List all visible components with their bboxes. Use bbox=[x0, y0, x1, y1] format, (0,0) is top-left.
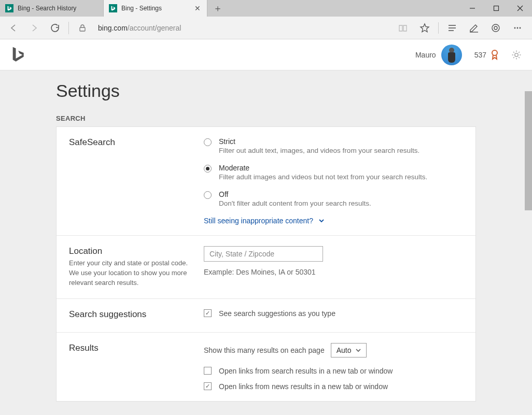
select-value: Auto bbox=[337, 346, 352, 354]
open-news-newtab-row[interactable]: Open links from news results in a new ta… bbox=[204, 382, 463, 391]
location-example: Example: Des Moines, IA or 50301 bbox=[204, 268, 463, 276]
tab-title: Bing - Search History bbox=[18, 5, 98, 12]
location-desc: Enter your city and state or postal code… bbox=[69, 259, 193, 288]
favorite-icon[interactable] bbox=[414, 19, 435, 37]
separator bbox=[68, 22, 69, 34]
share-icon[interactable] bbox=[485, 19, 506, 37]
svg-point-9 bbox=[492, 24, 499, 32]
svg-point-10 bbox=[494, 26, 497, 30]
inappropriate-content-link[interactable]: Still seeing inappropriate content? bbox=[204, 217, 463, 225]
option-title: Off bbox=[219, 190, 371, 198]
radio-icon bbox=[204, 191, 212, 199]
forward-button[interactable] bbox=[25, 19, 44, 37]
section-heading: SEARCH bbox=[56, 115, 476, 122]
svg-point-13 bbox=[520, 27, 521, 28]
close-window-button[interactable] bbox=[508, 0, 532, 17]
open-search-newtab-row[interactable]: Open links from search results in a new … bbox=[204, 367, 463, 375]
rewards-points: 537 bbox=[474, 51, 486, 59]
checkbox-label: Open links from search results in a new … bbox=[219, 367, 393, 375]
safesearch-option-strict[interactable]: Strict Filter out adult text, images, an… bbox=[204, 137, 463, 154]
maximize-button[interactable] bbox=[484, 0, 508, 17]
suggestions-checkbox-row[interactable]: See search suggestions as you type bbox=[204, 309, 463, 318]
chevron-down-icon bbox=[356, 348, 361, 353]
refresh-button[interactable] bbox=[46, 19, 64, 37]
radio-icon bbox=[204, 138, 212, 146]
webnote-icon[interactable] bbox=[464, 19, 484, 37]
option-title: Strict bbox=[219, 137, 419, 146]
svg-line-21 bbox=[519, 57, 520, 58]
ribbon-icon bbox=[491, 50, 499, 60]
option-desc: Don't filter adult content from your sea… bbox=[219, 199, 371, 207]
tab-inactive[interactable]: Bing - Search History bbox=[0, 0, 104, 17]
option-desc: Filter adult images and videos but not t… bbox=[219, 173, 427, 181]
checkbox-icon bbox=[204, 367, 212, 375]
svg-line-23 bbox=[519, 52, 520, 53]
user-name: Mauro bbox=[415, 51, 436, 59]
account-chip[interactable]: Mauro bbox=[415, 45, 462, 65]
location-input[interactable] bbox=[204, 246, 323, 262]
safesearch-title: SafeSearch bbox=[69, 137, 193, 148]
lock-icon[interactable] bbox=[73, 19, 92, 37]
safesearch-option-off[interactable]: Off Don't filter adult content from your… bbox=[204, 190, 463, 207]
chevron-down-icon bbox=[318, 218, 325, 224]
checkbox-icon bbox=[204, 382, 212, 390]
more-icon[interactable] bbox=[507, 19, 528, 37]
bing-logo[interactable] bbox=[10, 46, 25, 64]
back-button[interactable] bbox=[4, 19, 23, 37]
results-pagesize-select[interactable]: Auto bbox=[331, 343, 367, 357]
bing-favicon bbox=[109, 4, 117, 12]
option-title: Moderate bbox=[219, 164, 427, 172]
rewards-chip[interactable]: 537 bbox=[474, 50, 499, 60]
url-path: /account/general bbox=[128, 24, 181, 32]
radio-icon bbox=[204, 165, 212, 173]
separator bbox=[438, 22, 439, 34]
bing-favicon bbox=[5, 4, 13, 12]
suggestions-title: Search suggestions bbox=[69, 309, 193, 320]
results-pagesize-label: Show this many results on each page bbox=[204, 346, 325, 354]
checkbox-label: See search suggestions as you type bbox=[219, 309, 335, 318]
location-title: Location bbox=[69, 246, 193, 256]
link-text: Still seeing inappropriate content? bbox=[204, 217, 313, 225]
svg-line-20 bbox=[513, 52, 514, 53]
scrollbar-thumb[interactable] bbox=[525, 91, 532, 210]
svg-point-12 bbox=[517, 27, 519, 28]
gear-icon[interactable] bbox=[511, 50, 522, 60]
hub-icon[interactable] bbox=[442, 19, 463, 37]
tab-title: Bing - Settings bbox=[121, 5, 189, 12]
option-desc: Filter out adult text, images, and video… bbox=[219, 147, 419, 154]
address-bar[interactable]: bing.com/account/general bbox=[98, 24, 181, 32]
tab-active[interactable]: Bing - Settings ✕ bbox=[104, 0, 207, 17]
page-title: Settings bbox=[56, 81, 476, 101]
svg-line-22 bbox=[513, 57, 514, 58]
new-tab-button[interactable]: ＋ bbox=[207, 0, 228, 17]
svg-point-14 bbox=[492, 50, 497, 55]
reading-view-icon[interactable] bbox=[393, 19, 413, 37]
url-host: bing.com bbox=[98, 24, 128, 32]
checkbox-label: Open links from news results in a new ta… bbox=[219, 382, 388, 391]
minimize-button[interactable] bbox=[460, 0, 484, 17]
results-title: Results bbox=[69, 343, 193, 353]
svg-rect-1 bbox=[494, 6, 499, 11]
svg-point-15 bbox=[515, 53, 518, 56]
svg-point-11 bbox=[514, 27, 516, 28]
svg-rect-4 bbox=[80, 27, 85, 31]
safesearch-option-moderate[interactable]: Moderate Filter adult images and videos … bbox=[204, 164, 463, 181]
avatar bbox=[441, 45, 462, 65]
close-tab-icon[interactable]: ✕ bbox=[193, 4, 202, 12]
checkbox-icon bbox=[204, 309, 212, 317]
